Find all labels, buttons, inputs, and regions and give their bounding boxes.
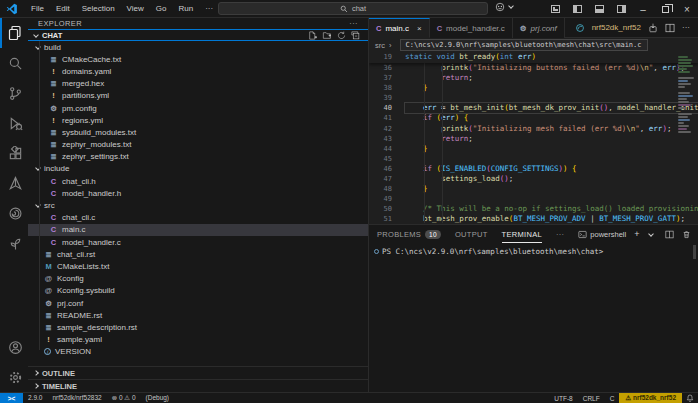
kill-terminal-trash-icon[interactable] — [682, 230, 691, 239]
status-item[interactable]: ⊗ 0 ⚠ 0 — [107, 394, 141, 402]
code-line[interactable]: 19static void bt_ready(int err) — [369, 52, 698, 62]
panel-more-icon[interactable]: ··· — [556, 225, 564, 243]
nrf-terminal-icon[interactable] — [0, 228, 28, 258]
code-line[interactable]: 48 } — [369, 184, 698, 194]
source-control-icon[interactable] — [0, 78, 28, 108]
menu-selection[interactable]: Selection — [76, 0, 121, 18]
menu-edit[interactable]: Edit — [50, 0, 76, 18]
shell-selector[interactable]: powershell — [578, 230, 626, 239]
customize-layout-icon[interactable] — [544, 0, 566, 18]
panel-tab-problems[interactable]: PROBLEMS10 — [377, 225, 441, 243]
menu-go[interactable]: Go — [150, 0, 173, 18]
code-line[interactable]: 37 return; — [369, 73, 698, 83]
outline-section[interactable]: OUTLINE — [28, 366, 368, 379]
tree-item-chat-cli-rst[interactable]: ≣chat_cli.rst — [28, 248, 368, 260]
code-line[interactable]: 39 — [369, 93, 698, 103]
terminal-scrollbar[interactable] — [693, 245, 696, 259]
code-line[interactable]: 38 } — [369, 83, 698, 93]
code-line[interactable]: 44 } — [369, 144, 698, 154]
tree-item-domains-yaml[interactable]: !domains.yaml — [28, 65, 368, 77]
tree-item-kconfig-sysbuild[interactable]: @Kconfig.sysbuild — [28, 285, 368, 297]
remote-indicator[interactable]: >< — [0, 393, 23, 403]
split-terminal-icon[interactable] — [665, 230, 674, 239]
dev-academy-icon[interactable] — [0, 198, 28, 228]
tree-item-main-c[interactable]: Cmain.c — [28, 224, 368, 236]
notifications-bell-icon[interactable] — [682, 394, 698, 402]
status-item[interactable]: 2.9.0 — [23, 394, 47, 402]
command-center-search[interactable]: chat — [218, 2, 488, 15]
status-item[interactable]: C — [605, 395, 620, 402]
panel-tab-output[interactable]: OUTPUT — [455, 225, 488, 243]
build-config-label[interactable]: nrf52dk_nrf52 — [592, 23, 641, 32]
chevron-down-icon[interactable] — [649, 231, 655, 237]
tree-item-prj-conf[interactable]: ⚙prj.conf — [28, 297, 368, 309]
tree-item-sysbuild-modules-txt[interactable]: ≣sysbuild_modules.txt — [28, 126, 368, 138]
tree-item-merged-hex[interactable]: ≣merged.hex — [28, 78, 368, 90]
code-line[interactable]: 46 if (IS_ENABLED(CONFIG_SETTINGS)) { — [369, 164, 698, 174]
toggle-secondary-sidebar-icon[interactable] — [610, 0, 632, 18]
code-editor[interactable]: 19static void bt_ready(int err) 36 print… — [369, 52, 698, 224]
menu-view[interactable]: View — [121, 0, 150, 18]
tree-item-zephyr-modules-txt[interactable]: ≣zephyr_modules.txt — [28, 139, 368, 151]
explorer-more-icon[interactable]: ··· — [349, 19, 358, 28]
tab-model-handler-c[interactable]: C model_handler.c — [430, 18, 513, 38]
tree-item-model-handler-c[interactable]: Cmodel_handler.c — [28, 236, 368, 248]
tree-item-cmakelists-txt[interactable]: MCMakeLists.txt — [28, 260, 368, 272]
tree-item-kconfig[interactable]: @Kconfig — [28, 273, 368, 285]
toggle-panel-icon[interactable] — [588, 0, 610, 18]
editor-more-icon[interactable]: ··· — [682, 23, 690, 32]
tree-item-chat-cli-c[interactable]: Cchat_cli.c — [28, 212, 368, 224]
menu-overflow[interactable]: ··· — [199, 0, 219, 18]
tree-item-regions-yml[interactable]: !regions.yml — [28, 114, 368, 126]
tree-item-sample-yaml[interactable]: !sample.yaml — [28, 334, 368, 346]
code-line[interactable]: 41 if (err) { — [369, 113, 698, 123]
status-item[interactable]: nrf52dk/nrf52832 — [47, 394, 106, 402]
timeline-section[interactable]: TIMELINE — [28, 379, 368, 392]
tree-item-pm-config[interactable]: ⚙pm.config — [28, 102, 368, 114]
collapse-all-icon[interactable] — [351, 31, 360, 40]
status-warning-badge[interactable]: ⚠ nrf52dk_nrf52 — [619, 393, 682, 403]
run-debug-icon[interactable] — [0, 108, 28, 138]
code-line[interactable]: 40 err = bt_mesh_init(bt_mesh_dk_prov_in… — [369, 103, 698, 113]
refresh-icon[interactable] — [337, 31, 346, 40]
split-editor-icon[interactable] — [665, 23, 675, 33]
tree-item-partitions-yml[interactable]: !partitions.yml — [28, 90, 368, 102]
status-item[interactable]: CRLF — [578, 395, 605, 402]
close-window-button[interactable]: × — [676, 0, 698, 18]
tab-main-c[interactable]: C main.c × — [369, 18, 430, 38]
tree-item-src[interactable]: src — [28, 199, 368, 211]
code-line[interactable]: 49 — [369, 194, 698, 204]
panel-tab-terminal[interactable]: TERMINAL — [502, 225, 542, 243]
menu-run[interactable]: Run — [172, 0, 199, 18]
minimap[interactable] — [676, 52, 698, 164]
search-view-icon[interactable] — [0, 48, 28, 78]
copilot-button[interactable] — [495, 2, 517, 12]
nrf-connect-icon[interactable] — [0, 168, 28, 198]
code-line[interactable]: 45 — [369, 154, 698, 164]
tree-item-chat-cli-h[interactable]: Cchat_cli.h — [28, 175, 368, 187]
tree-item-build[interactable]: build — [28, 41, 368, 53]
code-line[interactable]: 50 /* This will be a no-op if settings_l… — [369, 204, 698, 214]
code-line[interactable]: 47 settings_load(); — [369, 174, 698, 184]
tree-item-readme-rst[interactable]: ≣README.rst — [28, 309, 368, 321]
code-line[interactable]: 42 printk("Initializing mesh failed (err… — [369, 124, 698, 134]
tree-item-sample-description-rst[interactable]: ≣sample_description.rst — [28, 321, 368, 333]
close-icon[interactable]: × — [417, 24, 422, 33]
tree-item-model-handler-h[interactable]: Cmodel_handler.h — [28, 187, 368, 199]
account-icon[interactable] — [0, 332, 28, 362]
tree-item-include[interactable]: include — [28, 163, 368, 175]
restore-button[interactable] — [654, 0, 676, 18]
workspace-section-header[interactable]: CHAT — [28, 29, 368, 41]
explorer-icon[interactable] — [0, 18, 28, 48]
tab-prj-conf[interactable]: ⚙ prj.conf — [513, 18, 565, 38]
breadcrumb-path[interactable]: C:\ncs\v2.9.0\nrf\samples\bluetooth\mesh… — [400, 39, 648, 51]
terminal[interactable]: PS C:\ncs\v2.9.0\nrf\samples\bluetooth\m… — [369, 243, 698, 392]
tree-item-zephyr-settings-txt[interactable]: ≣zephyr_settings.txt — [28, 151, 368, 163]
status-item[interactable]: (Debug) — [141, 394, 174, 402]
breadcrumb-folder[interactable]: src — [375, 41, 385, 50]
code-line[interactable]: 36 printk("Initializing buttons failed (… — [369, 63, 698, 73]
new-folder-icon[interactable] — [322, 31, 332, 40]
code-line[interactable]: 43 return; — [369, 134, 698, 144]
menu-file[interactable]: File — [25, 0, 50, 18]
settings-gear-icon[interactable] — [0, 362, 28, 392]
